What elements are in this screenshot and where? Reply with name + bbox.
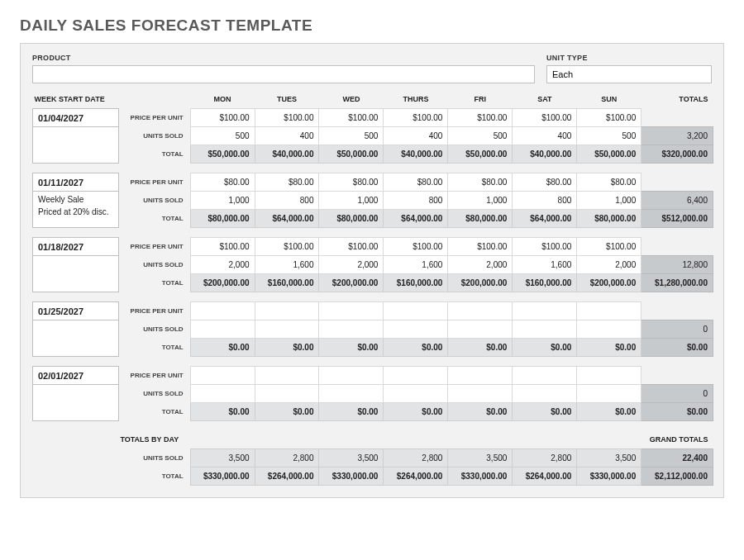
day-total-cell: $80,000.00: [190, 210, 255, 228]
units-cell[interactable]: 2,000: [448, 256, 513, 274]
week-notes[interactable]: [33, 385, 119, 421]
units-cell[interactable]: 1,600: [255, 256, 319, 274]
units-cell[interactable]: 1,000: [577, 192, 641, 210]
price-cell[interactable]: [384, 367, 448, 385]
day-header: SUN: [577, 92, 641, 109]
units-cell[interactable]: [255, 385, 319, 403]
row-label-price: PRICE PER UNIT: [118, 367, 190, 385]
week-date[interactable]: 01/04/2027: [33, 109, 119, 127]
day-total-cell: $0.00: [319, 339, 384, 357]
unit-type-input[interactable]: [546, 65, 712, 83]
price-cell[interactable]: [448, 367, 513, 385]
units-cell[interactable]: 1,000: [448, 192, 513, 210]
price-cell[interactable]: $100.00: [255, 109, 319, 127]
units-cell[interactable]: 500: [577, 127, 641, 145]
units-cell[interactable]: 400: [384, 127, 448, 145]
week-total-cell: $0.00: [641, 339, 713, 357]
price-cell[interactable]: $80.00: [255, 173, 319, 192]
week-notes[interactable]: Weekly SalePriced at 20% disc.: [33, 192, 119, 228]
week-notes[interactable]: [33, 127, 119, 164]
price-cell[interactable]: $100.00: [577, 238, 641, 256]
price-cell[interactable]: $100.00: [577, 109, 641, 127]
units-cell[interactable]: [384, 320, 448, 339]
row-label-total: TOTAL: [118, 467, 190, 486]
price-cell[interactable]: $100.00: [448, 238, 513, 256]
units-cell[interactable]: [577, 385, 641, 403]
price-cell[interactable]: [513, 367, 577, 385]
price-cell[interactable]: [190, 302, 255, 320]
day-total-cell: $200,000.00: [190, 274, 255, 292]
units-cell[interactable]: [577, 320, 641, 339]
units-cell[interactable]: 500: [448, 127, 513, 145]
units-cell[interactable]: [448, 385, 513, 403]
week-date[interactable]: 01/25/2027: [33, 302, 119, 320]
units-cell[interactable]: 2,000: [319, 256, 384, 274]
price-cell[interactable]: $100.00: [255, 238, 319, 256]
units-cell[interactable]: 2,000: [577, 256, 641, 274]
price-cell[interactable]: [190, 367, 255, 385]
summary-units-total: 22,400: [641, 449, 713, 467]
row-label-price: PRICE PER UNIT: [118, 173, 190, 192]
price-cell[interactable]: $100.00: [384, 109, 448, 127]
week-date[interactable]: 01/18/2027: [33, 238, 119, 256]
units-cell[interactable]: 800: [255, 192, 319, 210]
units-cell[interactable]: [190, 320, 255, 339]
day-total-cell: $80,000.00: [448, 210, 513, 228]
units-cell[interactable]: [384, 385, 448, 403]
units-cell[interactable]: [448, 320, 513, 339]
price-cell[interactable]: $100.00: [384, 238, 448, 256]
price-cell[interactable]: $100.00: [319, 238, 384, 256]
units-cell[interactable]: 1,000: [319, 192, 384, 210]
price-cell[interactable]: [255, 367, 319, 385]
summary-units-cell: 2,800: [513, 449, 577, 467]
price-cell[interactable]: [577, 302, 641, 320]
units-cell[interactable]: 400: [255, 127, 319, 145]
price-cell[interactable]: $100.00: [513, 238, 577, 256]
units-cell[interactable]: 400: [513, 127, 577, 145]
day-total-cell: $50,000.00: [577, 145, 641, 164]
units-cell[interactable]: 500: [319, 127, 384, 145]
units-cell[interactable]: 500: [190, 127, 255, 145]
summary-units-cell: 2,800: [384, 449, 448, 467]
units-cell[interactable]: 1,600: [384, 256, 448, 274]
units-cell[interactable]: 800: [384, 192, 448, 210]
price-cell[interactable]: [448, 302, 513, 320]
price-cell[interactable]: [577, 367, 641, 385]
price-cell[interactable]: $100.00: [448, 109, 513, 127]
units-cell[interactable]: [513, 320, 577, 339]
price-cell[interactable]: $100.00: [513, 109, 577, 127]
row-label-total: TOTAL: [118, 339, 190, 357]
week-date[interactable]: 01/11/2027: [33, 173, 119, 192]
price-cell[interactable]: $100.00: [190, 109, 255, 127]
price-cell[interactable]: $80.00: [577, 173, 641, 192]
price-cell[interactable]: [384, 302, 448, 320]
units-cell[interactable]: [513, 385, 577, 403]
day-total-cell: $50,000.00: [448, 145, 513, 164]
summary-total-cell: $264,000.00: [255, 467, 319, 486]
price-cell[interactable]: $80.00: [448, 173, 513, 192]
price-cell[interactable]: [319, 367, 384, 385]
units-cell[interactable]: 800: [513, 192, 577, 210]
price-cell[interactable]: [319, 302, 384, 320]
units-cell[interactable]: 1,600: [513, 256, 577, 274]
units-cell[interactable]: 1,000: [190, 192, 255, 210]
day-total-cell: $50,000.00: [190, 145, 255, 164]
price-cell[interactable]: $80.00: [513, 173, 577, 192]
units-cell[interactable]: [319, 385, 384, 403]
price-cell[interactable]: $100.00: [319, 109, 384, 127]
price-cell[interactable]: [513, 302, 577, 320]
units-cell[interactable]: [319, 320, 384, 339]
price-cell[interactable]: $80.00: [319, 173, 384, 192]
units-cell[interactable]: [255, 320, 319, 339]
units-cell[interactable]: [190, 385, 255, 403]
product-input[interactable]: [32, 65, 535, 83]
row-label-units: UNITS SOLD: [118, 385, 190, 403]
week-date[interactable]: 02/01/2027: [33, 367, 119, 385]
price-cell[interactable]: $80.00: [384, 173, 448, 192]
price-cell[interactable]: $100.00: [190, 238, 255, 256]
week-notes[interactable]: [33, 256, 119, 292]
price-cell[interactable]: [255, 302, 319, 320]
week-notes[interactable]: [33, 320, 119, 357]
price-cell[interactable]: $80.00: [190, 173, 255, 192]
units-cell[interactable]: 2,000: [190, 256, 255, 274]
